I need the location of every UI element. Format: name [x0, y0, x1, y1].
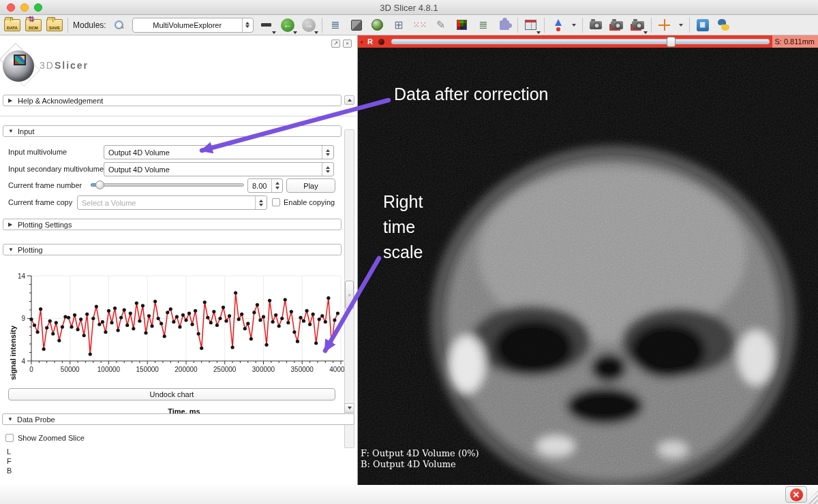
subject-list-icon: ≣ [479, 20, 487, 31]
panel-toggle-icon [261, 23, 271, 27]
pin-icon[interactable] [378, 39, 384, 45]
frame-copy-label: Current frame copy [8, 198, 72, 206]
svg-text:250000: 250000 [213, 366, 237, 373]
frame-slider-handle[interactable] [95, 180, 104, 189]
module-selector-spin[interactable] [242, 18, 253, 32]
probe-axis-f: F [7, 457, 12, 465]
annotations-button[interactable]: ✎ [433, 17, 449, 33]
slice-corner-annotation: F: Output 4D Volume (0%) B: Output 4D Vo… [361, 448, 479, 470]
mrml-scene-button[interactable] [348, 17, 365, 33]
input-multivolume-combo[interactable]: Output 4D Volume [104, 145, 334, 159]
slice-offset-slider[interactable] [391, 39, 770, 44]
scene-camera-icon [611, 21, 623, 29]
markups-button[interactable]: ⁙⁙ [412, 17, 428, 33]
module-selector[interactable]: MultiVolumeExplorer [132, 18, 254, 33]
fiducial-placement-button[interactable] [549, 17, 566, 33]
crosshair-icon [658, 19, 670, 31]
modules-label: Modules: [73, 20, 106, 30]
panel-close-button[interactable]: × [343, 40, 352, 48]
svg-text:0: 0 [29, 366, 33, 373]
collapsed-triangle-icon: ▶ [8, 97, 15, 104]
window-title: 3D Slicer 4.8.1 [0, 3, 818, 13]
hierarchy-list-icon: ≣ [331, 20, 339, 31]
input-secondary-combo[interactable]: Output 4D Volume [104, 162, 334, 176]
cube-icon [351, 20, 362, 31]
subject-hierarchy-button[interactable]: ≣ [475, 17, 491, 33]
main-toolbar: ↑ DATA ⇅ DCM ↓ SAVE Modules: MultiVolume… [0, 15, 818, 35]
save-button[interactable]: ↓ SAVE [46, 17, 63, 33]
color-table-icon [457, 20, 467, 30]
section-data-probe[interactable]: ▼ Data Probe [2, 413, 354, 425]
slicer-wordmark: 3DSlicer [40, 60, 89, 71]
load-dicom-button[interactable]: ⇅ DCM [25, 17, 42, 33]
svg-text:9: 9 [21, 315, 25, 322]
back-arrow-icon: ← [281, 18, 294, 32]
collapsed-triangle-icon: ▶ [8, 221, 15, 227]
scroll-up-button[interactable] [344, 95, 354, 105]
slicer-logo-cutaway [14, 54, 26, 65]
app-window: 3D Slicer 4.8.1 ↑ DATA ⇅ DCM ↓ SAVE Modu… [0, 0, 818, 504]
module-history-back-button[interactable]: ← [279, 17, 296, 33]
slice-collapse-icon[interactable]: ◂ [360, 39, 363, 45]
colors-button[interactable] [454, 17, 470, 33]
scrollbar-thumb[interactable]: ≡ [345, 281, 354, 309]
layout-selector-button[interactable] [523, 17, 539, 33]
enable-copying-label: Enable copying [284, 198, 335, 206]
frame-number-spinbox[interactable]: 8.00 [247, 178, 283, 193]
transforms-button[interactable]: ⊞ [391, 17, 407, 33]
expanded-triangle-icon: ▼ [8, 128, 15, 134]
section-plotting-settings[interactable]: ▶ Plotting Settings [3, 219, 342, 230]
scene-camera-restore-icon [632, 21, 644, 29]
search-icon [114, 20, 124, 30]
dropdown-caret-icon [572, 24, 576, 27]
show-zoomed-slice-label: Show Zoomed Slice [18, 434, 85, 442]
undock-chart-button[interactable]: Undock chart [8, 388, 335, 400]
scroll-down-button[interactable] [344, 403, 354, 413]
annotation-right-time-scale: Right time scale [383, 189, 423, 265]
section-plotting[interactable]: ▼ Plotting [3, 244, 342, 255]
crosshair-button[interactable] [656, 17, 673, 33]
scene-view-restore-button[interactable] [630, 17, 646, 33]
camera-icon [590, 21, 602, 29]
volume-rendering-button[interactable] [369, 17, 386, 33]
load-data-button[interactable]: ↑ DATA [4, 17, 20, 33]
module-hierarchy-button[interactable]: ≣ [327, 17, 344, 33]
python-console-button[interactable] [716, 17, 732, 33]
play-button[interactable]: Play [286, 178, 335, 193]
status-bar: ✕ [0, 485, 818, 504]
crosshair-dropdown[interactable] [678, 17, 684, 33]
module-history-forward-button[interactable]: → [301, 17, 317, 33]
frame-copy-combo[interactable]: Select a Volume [77, 195, 267, 210]
signal-intensity-chart[interactable]: 4914050000100000150000200000250000300000… [0, 269, 358, 385]
error-log-button[interactable]: ✕ [785, 486, 807, 503]
slice-image[interactable]: F: Output 4D Volume (0%) B: Output 4D Vo… [358, 48, 818, 485]
svg-text:350000: 350000 [291, 366, 314, 373]
expanded-triangle-icon: ▼ [8, 247, 15, 253]
probe-axis-l: L [7, 447, 11, 456]
slice-orientation-label[interactable]: R [367, 37, 373, 46]
svg-text:200000: 200000 [175, 366, 198, 373]
module-panel-toggle-button[interactable] [258, 17, 275, 33]
fiducial-icon [553, 19, 562, 31]
extensions-button[interactable] [496, 17, 513, 33]
scene-view-button[interactable] [609, 17, 625, 33]
resize-grip[interactable] [806, 490, 818, 504]
frame-number-label: Current frame number [8, 181, 82, 189]
module-search-button[interactable] [111, 17, 127, 33]
probe-axis-b: B [7, 467, 12, 475]
svg-text:50000: 50000 [61, 366, 80, 373]
markups-icon: ⁙⁙ [413, 20, 427, 31]
close-error-icon: ✕ [790, 488, 803, 501]
fiducial-dropdown[interactable] [571, 17, 577, 33]
enable-copying-checkbox[interactable] [272, 198, 280, 206]
screenshot-button[interactable] [588, 17, 604, 33]
slice-controller-bar: ◂ R S: 0.811mm [358, 35, 818, 48]
extension-manager-button[interactable]: ≣ [695, 17, 711, 33]
forward-arrow-icon: → [302, 18, 316, 32]
panel-popup-button[interactable]: ↗ [331, 40, 340, 48]
section-help-acknowledgement[interactable]: ▶ Help & Acknowledgement [3, 95, 342, 106]
show-zoomed-slice-checkbox[interactable] [5, 434, 14, 442]
frame-slider-track[interactable] [91, 183, 244, 187]
slice-offset-handle[interactable] [667, 37, 676, 47]
section-input[interactable]: ▼ Input [3, 125, 342, 137]
